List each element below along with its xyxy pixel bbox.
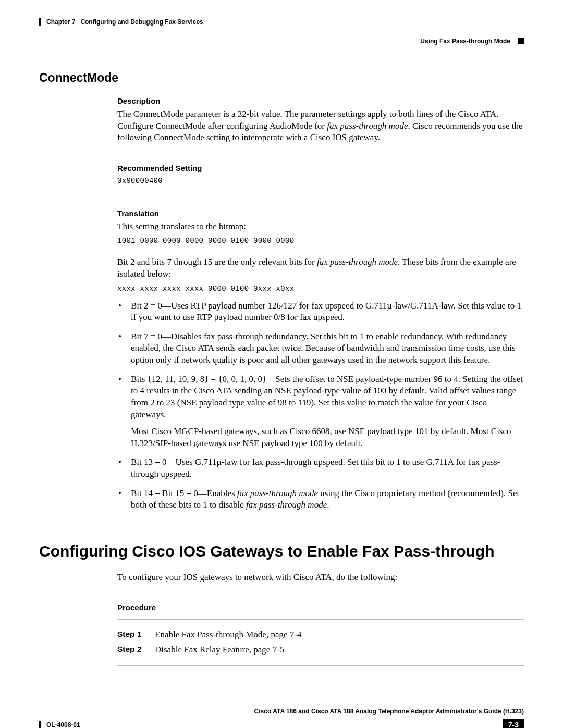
- page: Chapter 7 Configuring and Debugging Fax …: [0, 0, 563, 728]
- procedure-label: Procedure: [117, 603, 524, 612]
- description-label: Description: [117, 96, 524, 105]
- ios-intro: To configure your IOS gateways to networ…: [117, 572, 524, 584]
- step-2: Step 2 Disable Fax Relay Feature, page 7…: [117, 643, 524, 658]
- running-header-left: Chapter 7 Configuring and Debugging Fax …: [39, 18, 524, 26]
- translation-intro: This setting translates to the bitmap:: [117, 221, 524, 233]
- step-2-label: Step 2: [117, 643, 155, 658]
- bits-intro: Bit 2 and bits 7 through 15 are the only…: [117, 256, 524, 280]
- steps-bottom-rule: [117, 665, 524, 666]
- steps-top-rule: [117, 619, 524, 620]
- page-number-badge: 7-3: [503, 719, 524, 728]
- bullet-bit13: Bit 13 = 0—Uses G.711µ-law for fax pass-…: [117, 456, 524, 480]
- step-1-text: Enable Fax Pass-through Mode, page 7-4: [155, 627, 301, 643]
- step-1: Step 1 Enable Fax Pass-through Mode, pag…: [117, 627, 524, 643]
- header-rule: [39, 28, 524, 28]
- step-2-text: Disable Fax Relay Feature, page 7-5: [155, 643, 284, 658]
- footer-doc-title: Cisco ATA 186 and Cisco ATA 188 Analog T…: [39, 708, 524, 715]
- ios-heading: Configuring Cisco IOS Gateways to Enable…: [39, 542, 524, 560]
- header-right-mark: [518, 38, 524, 44]
- footer-bottom: OL-4008-01 7-3: [39, 719, 524, 728]
- running-header-right: Using Fax Pass-through Mode: [39, 38, 524, 45]
- bullet-bit14-15: Bit 14 = Bit 15 = 0—Enables fax pass-thr…: [117, 488, 524, 511]
- translation-label: Translation: [117, 209, 524, 218]
- bullet-bits12-8: Bits {12, 11, 10, 9, 8} = {0, 0, 1, 0, 0…: [117, 374, 524, 450]
- footer-doc-id: OL-4008-01: [39, 721, 80, 728]
- ios-body: To configure your IOS gateways to networ…: [117, 572, 524, 666]
- step-1-label: Step 1: [117, 627, 155, 643]
- bits-isolated: xxxx xxxx xxxx xxxx 0000 0100 0xxx x0xx: [117, 285, 524, 293]
- footer-rule: [39, 717, 524, 717]
- description-text: The ConnectMode parameter is a 32-bit va…: [117, 108, 524, 144]
- translation-bitmap: 1001 0000 0000 0000 0000 0100 0000 0000: [117, 237, 524, 245]
- bullet-bits12-8-sub: Most Cisco MGCP-based gateways, such as …: [131, 426, 524, 449]
- bits-bullets: Bit 2 = 0—Uses RTP payload number 126/12…: [117, 300, 524, 511]
- recommended-label: Recommended Setting: [117, 164, 524, 172]
- bullet-bit7: Bit 7 = 0—Disables fax pass-through redu…: [117, 331, 524, 366]
- chapter-title: Configuring and Debugging Fax Services: [80, 18, 203, 26]
- chapter-number: Chapter 7: [46, 18, 75, 26]
- connectmode-body: Description The ConnectMode parameter is…: [117, 96, 524, 511]
- content: ConnectMode Description The ConnectMode …: [39, 71, 524, 666]
- footer-left-mark: [39, 721, 41, 728]
- connectmode-heading: ConnectMode: [39, 71, 524, 85]
- header-left-mark: [39, 18, 41, 26]
- page-footer: Cisco ATA 186 and Cisco ATA 188 Analog T…: [39, 708, 524, 728]
- bullet-bit2: Bit 2 = 0—Uses RTP payload number 126/12…: [117, 300, 524, 324]
- recommended-value: 0x90000400: [117, 177, 524, 185]
- section-title: Using Fax Pass-through Mode: [420, 38, 510, 45]
- steps-list: Step 1 Enable Fax Pass-through Mode, pag…: [117, 627, 524, 658]
